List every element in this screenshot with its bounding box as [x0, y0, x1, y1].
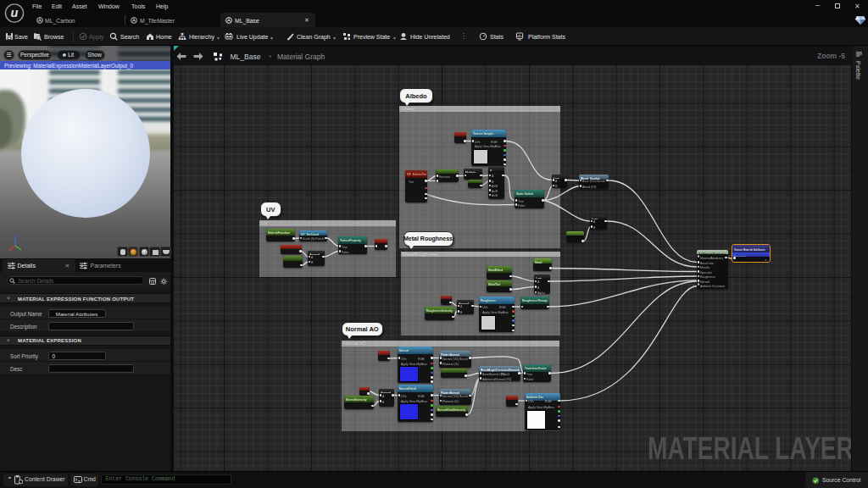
svg-text:u: u [11, 6, 19, 19]
